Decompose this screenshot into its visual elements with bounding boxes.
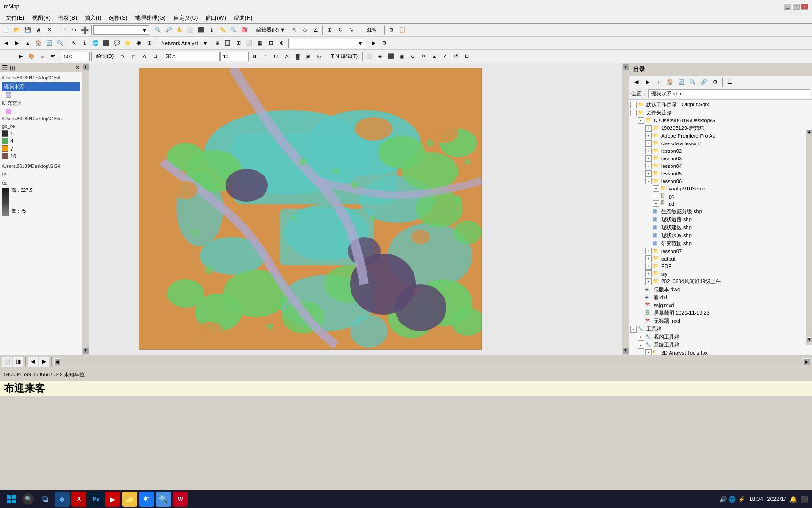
na-solve[interactable]: ▶ bbox=[368, 38, 379, 48]
edge-app[interactable]: e bbox=[55, 492, 70, 507]
zoom-in-btn[interactable]: 🔍 bbox=[153, 25, 163, 35]
new-btn[interactable]: 📄 bbox=[1, 25, 11, 35]
map-tip[interactable]: 💬 bbox=[112, 38, 122, 48]
draw-pointer[interactable]: ↖ bbox=[117, 51, 128, 62]
rotate-btn[interactable]: ↻ bbox=[335, 25, 345, 35]
toc-gc[interactable]: gc bbox=[2, 170, 80, 177]
tree-shp-water[interactable]: ▦ 现状水系.shp bbox=[630, 231, 811, 239]
tree-dwg[interactable]: ◈ 低版本.dwg bbox=[630, 286, 811, 294]
expand-folder-conn[interactable]: - bbox=[630, 110, 637, 116]
nav-next[interactable]: ▶ bbox=[12, 38, 22, 48]
font-size[interactable]: 10 bbox=[220, 52, 249, 61]
expand-lesson06[interactable]: - bbox=[645, 178, 652, 184]
tin-t5[interactable]: ⊕ bbox=[407, 51, 418, 62]
notification-icon[interactable]: 🔔 bbox=[789, 496, 797, 503]
expand-yaahp[interactable]: + bbox=[653, 185, 659, 192]
tree-pdf[interactable]: + 📁 PDF bbox=[630, 262, 811, 270]
cat-up[interactable]: ↑ bbox=[654, 77, 664, 87]
cat-back[interactable]: ◀ bbox=[631, 77, 641, 87]
expand-default[interactable]: - bbox=[630, 102, 637, 108]
identify-btn[interactable]: ℹ bbox=[207, 25, 217, 35]
tree-item-default-workspace[interactable]: - 📁 默认工作目录 - Output\Sgfx bbox=[630, 101, 811, 109]
italic-btn[interactable]: I bbox=[260, 51, 270, 62]
na-tool4[interactable]: ⬜ bbox=[244, 38, 254, 48]
tin-t9[interactable]: ↺ bbox=[451, 51, 461, 62]
catalog-scroll-up[interactable]: ▲ bbox=[807, 129, 812, 134]
tree-system-toolbox[interactable]: - 🔧 系统工具箱 bbox=[630, 341, 811, 349]
print-btn[interactable]: 🖨 bbox=[33, 25, 44, 35]
cat-view-toggle[interactable]: ☰ bbox=[725, 77, 735, 87]
pointer-tool[interactable]: ↖ bbox=[69, 38, 79, 48]
expand-pdf[interactable]: + bbox=[645, 263, 652, 270]
catalog-scroll-down[interactable]: ▼ bbox=[807, 337, 812, 342]
expand-classdata[interactable]: + bbox=[645, 140, 652, 147]
tree-sjy[interactable]: + 📁 sjy bbox=[630, 270, 811, 278]
tree-item-c-users[interactable]: - 📁 C:\Users\86189\Desktop\G bbox=[630, 117, 811, 124]
dingding-app[interactable]: 钉 bbox=[139, 492, 154, 507]
bottom-layout[interactable]: ⬜ bbox=[2, 357, 12, 367]
toc-icons[interactable]: ☰ ⊞ bbox=[2, 64, 16, 71]
tree-gc[interactable]: + 🗄 gc bbox=[630, 192, 811, 200]
draw-circle[interactable]: ○ bbox=[37, 51, 47, 62]
explorer-app[interactable]: 📁 bbox=[122, 492, 137, 507]
expand-adobe[interactable]: + bbox=[645, 133, 652, 139]
tree-dxf[interactable]: ◈ 新.dxf bbox=[630, 294, 811, 302]
toc-layer-selected[interactable]: 现状水系 bbox=[2, 82, 80, 91]
cat-search[interactable]: 🔍 bbox=[687, 77, 698, 87]
bottom-data[interactable]: ◨ bbox=[13, 357, 23, 367]
nav-up[interactable]: ▲ bbox=[23, 38, 33, 48]
snap-btn[interactable]: ⊕ bbox=[324, 25, 335, 35]
expand-lesson03[interactable]: + bbox=[645, 155, 652, 162]
toc-research-range[interactable]: 研究范围 bbox=[2, 99, 80, 108]
nav-home[interactable]: 🏠 bbox=[33, 38, 44, 48]
redo-btn[interactable]: ↪ bbox=[69, 25, 79, 35]
tin-t2[interactable]: ◈ bbox=[375, 51, 385, 62]
tree-pd[interactable]: + 🗄 pd bbox=[630, 200, 811, 207]
save-btn[interactable]: 💾 bbox=[23, 25, 33, 35]
tree-20210604[interactable]: + 📁 20210604风间班19级上午 bbox=[630, 278, 811, 286]
pan-btn[interactable]: ✋ bbox=[174, 25, 185, 35]
tree-toolboxes[interactable]: - 🔧 工具箱 bbox=[630, 325, 811, 333]
map-area[interactable]: ▲ ▼ bbox=[82, 63, 629, 355]
na-settings[interactable]: ⚙ bbox=[379, 38, 390, 48]
media-app[interactable]: ▶ bbox=[105, 492, 120, 507]
tree-lesson04[interactable]: + 📁 lesson04 bbox=[630, 162, 811, 170]
draw-arrow[interactable]: ▶ bbox=[16, 51, 26, 62]
right-vscroll[interactable]: ▲ ▼ bbox=[622, 63, 629, 355]
vscroll-down[interactable]: ▼ bbox=[623, 348, 629, 354]
size-input[interactable]: 500 bbox=[62, 52, 90, 61]
hscroll-left[interactable]: ◀ bbox=[54, 358, 60, 365]
bottom-prev[interactable]: ◀ bbox=[28, 357, 38, 367]
scroll-down-arrow[interactable]: ▼ bbox=[83, 348, 89, 354]
menu-file[interactable]: 文件(E) bbox=[2, 13, 28, 23]
tin-dropdown[interactable]: TIN 编辑(T) bbox=[328, 51, 361, 62]
left-vscroll[interactable]: ▲ ▼ bbox=[82, 63, 89, 355]
cat-connect[interactable]: 🔗 bbox=[699, 77, 709, 87]
add-data-btn[interactable]: ➕ bbox=[79, 25, 90, 35]
network-analyst-button[interactable]: Network Analyst -▼ bbox=[158, 38, 211, 48]
expand-output[interactable]: + bbox=[645, 255, 652, 262]
location-input[interactable]: 现状水系.shp bbox=[648, 89, 810, 98]
measure-btn[interactable]: 📏 bbox=[218, 25, 228, 35]
more-tools[interactable]: ⚙ bbox=[386, 25, 397, 35]
start-button[interactable] bbox=[4, 492, 19, 507]
nav-refresh[interactable]: 🔄 bbox=[44, 38, 55, 48]
expand-toolboxes[interactable]: - bbox=[630, 326, 637, 333]
photoshop-app[interactable]: Ps bbox=[88, 492, 103, 507]
expand-lesson04[interactable]: + bbox=[645, 163, 652, 169]
zoom-out-btn[interactable]: 🔎 bbox=[164, 25, 174, 35]
menu-window[interactable]: 窗口(W) bbox=[202, 13, 229, 23]
spatial-ref[interactable]: ◉ bbox=[133, 38, 144, 48]
expand-lesson02[interactable]: + bbox=[645, 148, 652, 154]
tree-lesson03[interactable]: + 📁 lesson03 bbox=[630, 155, 811, 162]
expand-pd[interactable]: + bbox=[653, 200, 659, 207]
cat-forward[interactable]: ▶ bbox=[642, 77, 653, 87]
close-doc-btn[interactable]: ✕ bbox=[44, 25, 55, 35]
task-view-button[interactable]: ⧉ bbox=[38, 492, 53, 507]
cat-refresh[interactable]: 🔄 bbox=[676, 77, 687, 87]
draw-dropdown[interactable]: 绘制(D) bbox=[93, 51, 117, 62]
cat-options[interactable]: ⚙ bbox=[710, 77, 720, 87]
tree-adobe[interactable]: + 📁 Adobe Premiere Pro Au bbox=[630, 132, 811, 140]
draw-size[interactable]: · bbox=[1, 51, 15, 62]
nav-search[interactable]: 🔍 bbox=[55, 38, 65, 48]
